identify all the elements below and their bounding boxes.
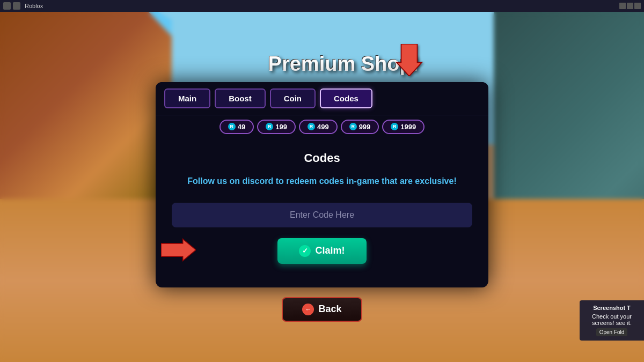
price-pill-999[interactable]: R 999 [341,120,379,134]
codes-description: Follow us on discord to redeem codes in-… [172,175,472,188]
premium-shop-modal: Main Boost Coin Codes R 49 R 199 R 499 R… [156,82,488,287]
price-pill-1999[interactable]: R 1999 [382,120,425,134]
titlebar-title: Roblox [25,3,43,9]
titlebar-controls [619,3,641,9]
tooltip-body: Check out your screens! see it. [585,313,639,326]
price-value-2: 199 [275,123,287,131]
maximize-button[interactable] [627,3,633,9]
modal-body: Codes Follow us on discord to redeem cod… [156,138,488,277]
back-label: Back [318,304,341,315]
codes-section-title: Codes [172,151,472,165]
price-value-5: 1999 [400,123,416,131]
tab-bar: Main Boost Coin Codes [156,82,488,115]
price-row: R 49 R 199 R 499 R 999 R 1999 [156,115,488,138]
claim-button[interactable]: ✓ Claim! [277,238,366,264]
robux-icon-4: R [349,123,357,130]
shop-title: Premium Shop! [0,53,644,76]
back-button[interactable]: ← Back [282,297,362,322]
price-value-4: 999 [359,123,371,131]
robux-icon-5: R [391,123,398,130]
tooltip-title: Screenshot T [585,305,639,311]
arrow-down-codes [394,44,424,82]
main-content: Premium Shop! Main Boost Coin Codes R 49… [0,12,644,362]
price-pill-199[interactable]: R 199 [257,120,296,134]
input-container [172,203,472,238]
svg-marker-2 [161,239,196,261]
tab-coin[interactable]: Coin [270,88,316,108]
price-value-3: 499 [317,123,329,131]
svg-marker-0 [397,44,422,76]
screenshot-tooltip: Screenshot T Check out your screens! see… [580,300,644,341]
roblox-icon [3,2,11,10]
arrow-right-claim [161,237,196,265]
claim-check-icon: ✓ [299,245,311,257]
code-input[interactable] [172,203,472,227]
titlebar: Roblox [0,0,644,12]
tab-boost[interactable]: Boost [215,88,266,108]
menu-icon [13,2,20,10]
tab-main[interactable]: Main [164,88,210,108]
robux-icon-1: R [228,123,236,130]
close-button[interactable] [634,3,641,9]
price-pill-49[interactable]: R 49 [219,120,254,134]
claim-label: Claim! [315,245,345,256]
robux-icon-2: R [266,123,273,130]
minimize-button[interactable] [619,3,626,9]
price-pill-499[interactable]: R 499 [299,120,338,134]
back-icon: ← [302,304,314,315]
tab-codes[interactable]: Codes [320,88,372,108]
price-value-1: 49 [238,123,245,131]
open-folder-button[interactable]: Open Fold [596,328,628,336]
claim-container: ✓ Claim! [172,238,472,264]
robux-icon-3: R [308,123,315,130]
